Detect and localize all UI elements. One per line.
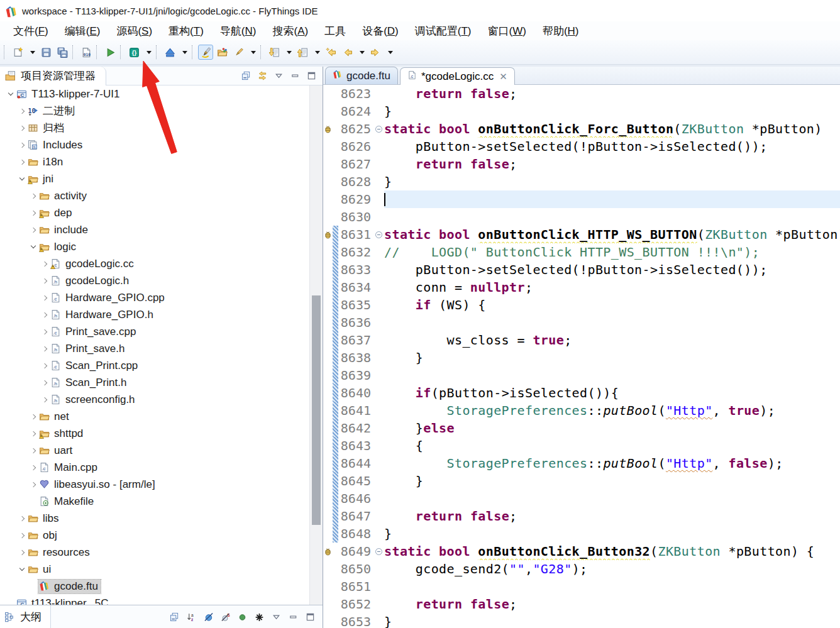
collapsed-chevron-icon[interactable]	[28, 449, 38, 453]
tree-item-main.cpp[interactable]: .cMain.cpp	[0, 459, 323, 476]
code-line-8637[interactable]: 8637 ws_closs = true;	[323, 331, 840, 349]
expanded-chevron-icon[interactable]	[28, 246, 38, 248]
tree-item-activity[interactable]: activity	[0, 187, 323, 204]
code-text[interactable]	[384, 578, 840, 595]
code-line-8636[interactable]: 8636	[323, 314, 840, 331]
tree-item-makefile[interactable]: Makefile	[0, 493, 323, 510]
collapsed-chevron-icon[interactable]	[39, 279, 50, 283]
code-line-8625[interactable]: 8625static bool onButtonClick_Forc_Butto…	[323, 120, 840, 138]
collapsed-chevron-icon[interactable]	[39, 364, 50, 368]
collapsed-chevron-icon[interactable]	[39, 296, 50, 300]
tree-item-screenconfig.h[interactable]: .hscreenconfig.h	[0, 391, 323, 408]
code-text[interactable]: static bool onButtonClick_HTTP_WS_BUTTON…	[384, 226, 840, 243]
collapse-all-icon[interactable]	[170, 612, 179, 622]
collapsed-chevron-icon[interactable]	[16, 160, 27, 164]
code-text[interactable]	[384, 366, 840, 384]
menu-item-1[interactable]: 文件(F)	[5, 23, 57, 40]
code-text[interactable]: }	[384, 472, 840, 490]
back-button[interactable]	[340, 45, 355, 60]
tree-item-gcodelogic.h[interactable]: .hgcodeLogic.h	[0, 272, 323, 289]
next-annotation-button[interactable]	[267, 45, 282, 60]
code-line-8635[interactable]: 8635 if (WS) {	[323, 296, 840, 314]
tree-item-ui[interactable]: ui	[0, 561, 323, 578]
code-line-8632[interactable]: 8632// LOGD(" ButtonClick HTTP_WS_BUTTON…	[323, 243, 840, 261]
menu-item-4[interactable]: 重构(T)	[160, 23, 212, 40]
collapsed-chevron-icon[interactable]	[39, 262, 50, 266]
menu-item-3[interactable]: 源码(S)	[108, 23, 160, 40]
collapsed-chevron-icon[interactable]	[16, 534, 27, 537]
tree-item-print_save.cpp[interactable]: .cPrint_save.cpp	[0, 323, 323, 340]
code-text[interactable]: }	[384, 173, 840, 190]
upload-button[interactable]	[162, 45, 177, 60]
tree-item-t113-klipper...5c[interactable]: Ct113-klipper...5C	[0, 595, 323, 605]
code-line-8633[interactable]: 8633 pButton->setSelected(!pButton->isSe…	[323, 261, 840, 278]
tree-item-hardware_gpio.h[interactable]: .hHardware_GPIO.h	[0, 306, 323, 323]
tree-item-libs[interactable]: libs	[0, 510, 323, 527]
project-explorer-tab[interactable]: 项目资源管理器	[0, 67, 106, 85]
sort-icon[interactable]: az	[187, 612, 196, 622]
code-line-8629[interactable]: 8629	[323, 190, 840, 208]
code-text[interactable]: return false;	[384, 595, 840, 613]
hide-fields-icon[interactable]	[204, 612, 213, 622]
code-line-8626[interactable]: 8626 pButton->setSelected(!pButton->isSe…	[323, 138, 840, 155]
code-text[interactable]: ws_closs = true;	[384, 331, 840, 349]
tree-item-include[interactable]: include	[0, 221, 323, 238]
menu-item-11[interactable]: 帮助(H)	[534, 23, 587, 40]
editor-tab-gcodeLogic.cc[interactable]: .c*gcodeLogic.cc✕	[400, 67, 515, 85]
tree-item-gcodelogic.cc[interactable]: .cgcodeLogic.cc	[0, 255, 323, 272]
prev-annotation-button[interactable]	[295, 45, 310, 60]
menu-item-9[interactable]: 调试配置(T)	[407, 23, 480, 40]
close-icon[interactable]: ✕	[499, 72, 507, 81]
code-line-8628[interactable]: 8628}	[323, 173, 840, 190]
code-line-8646[interactable]: 8646	[323, 490, 840, 507]
collapsed-chevron-icon[interactable]	[39, 398, 50, 402]
hide-static-icon[interactable]: S	[221, 612, 230, 622]
code-line-8638[interactable]: 8638 }	[323, 349, 840, 366]
tree-item-includes[interactable]: hIncludes	[0, 136, 323, 153]
code-line-8648[interactable]: 8648}	[323, 525, 840, 543]
code-line-8623[interactable]: 8623 return false;	[323, 85, 840, 102]
filter-dot-icon[interactable]	[238, 612, 247, 622]
code-text[interactable]: // LOGD(" ButtonClick HTTP_WS_BUTTON !!!…	[384, 243, 840, 261]
code-line-8651[interactable]: 8651	[323, 578, 840, 595]
fold-marker[interactable]	[373, 548, 384, 555]
code-line-8624[interactable]: 8624}	[323, 102, 840, 120]
open-folder-button[interactable]	[214, 45, 229, 60]
tree-item-net[interactable]: net	[0, 408, 323, 425]
code-line-8644[interactable]: 8644 StoragePreferences::putBool("Http",…	[323, 454, 840, 472]
tree-item-shttpd[interactable]: shttpd	[0, 425, 323, 442]
tree-item-gcode.ftu[interactable]: gcode.ftu	[0, 578, 323, 595]
menu-item-5[interactable]: 导航(N)	[212, 23, 265, 40]
code-line-8647[interactable]: 8647 return false;	[323, 507, 840, 525]
code-line-8641[interactable]: 8641 StoragePreferences::putBool("Http",…	[323, 402, 840, 419]
tree-item-jni[interactable]: jni	[0, 170, 323, 187]
tree-item-scan_print.h[interactable]: .hScan_Print.h	[0, 374, 323, 391]
collapsed-chevron-icon[interactable]	[28, 432, 38, 436]
code-editor[interactable]: 8623 return false;8624}8625static bool o…	[323, 85, 840, 628]
code-text[interactable]: pButton->setSelected(!pButton->isSelecte…	[384, 138, 840, 155]
code-line-8640[interactable]: 8640 if(pButton->isSelected()){	[323, 384, 840, 402]
collapsed-chevron-icon[interactable]	[28, 194, 38, 198]
prev-annotation-dropdown-arrow[interactable]	[315, 51, 320, 54]
code-text[interactable]: gcode_send2("","G28");	[384, 560, 840, 578]
next-annotation-dropdown-arrow[interactable]	[287, 51, 292, 54]
code-text[interactable]: return false;	[384, 155, 840, 173]
code-line-8653[interactable]: 8653}	[323, 613, 840, 628]
fold-marker[interactable]	[373, 126, 384, 133]
collapsed-chevron-icon[interactable]	[39, 381, 50, 385]
code-text[interactable]: conn = nullptr;	[384, 278, 840, 296]
collapsed-chevron-icon[interactable]	[28, 466, 38, 470]
expanded-chevron-icon[interactable]	[5, 93, 16, 95]
pen-dropdown-arrow[interactable]	[251, 51, 256, 54]
binary-file-button[interactable]: 010	[79, 45, 94, 60]
tree-item-uart[interactable]: uart	[0, 442, 323, 459]
save-button[interactable]	[38, 45, 53, 60]
braces-button[interactable]: {}	[126, 45, 141, 60]
new-file-dropdown-arrow[interactable]	[30, 51, 35, 54]
fold-marker[interactable]	[373, 231, 384, 238]
brush-button[interactable]	[198, 45, 213, 60]
code-text[interactable]	[384, 490, 840, 507]
save-all-button[interactable]	[55, 45, 70, 60]
tree-item-t113-klipper-7-ui1[interactable]: CT113-klipper-7-UI1	[0, 85, 323, 102]
tree-item-dep[interactable]: dep	[0, 204, 323, 221]
